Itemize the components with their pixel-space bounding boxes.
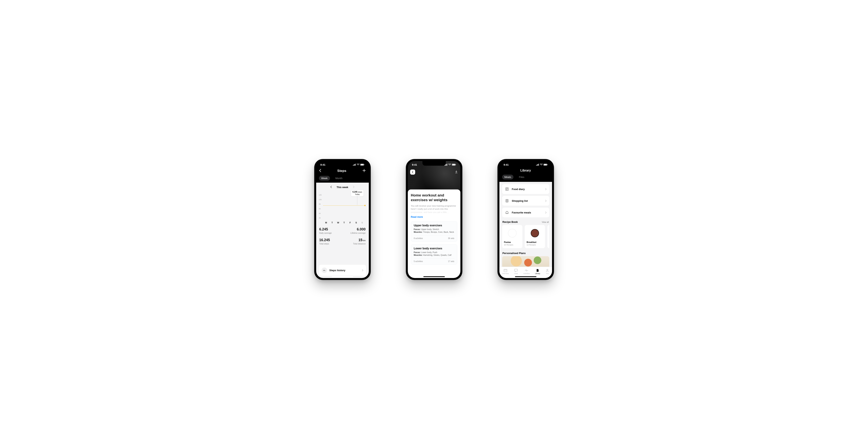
- svg-rect-15: [537, 165, 537, 166]
- workout-title: Home workout and exercises w/ weights: [411, 193, 457, 202]
- back-icon[interactable]: [319, 169, 321, 173]
- recipe-card[interactable]: Smoothies 10 Recipes: [547, 225, 549, 248]
- stats-row-1: 6.245 Daily average 6.000 Lifetime avera…: [319, 227, 366, 234]
- week-prev-icon[interactable]: [331, 186, 332, 189]
- stat-daily-avg: 6.245 Daily average: [319, 227, 332, 234]
- svg-rect-13: [456, 164, 456, 165]
- row-favourite-meals[interactable]: Favourite meals: [502, 208, 549, 217]
- section-personalised-plans: Personalised Plans: [502, 252, 549, 255]
- list-icon: [505, 199, 509, 203]
- row-label: Food diary: [512, 188, 542, 191]
- read-more-link[interactable]: Read more: [411, 215, 423, 218]
- recipe-scroller[interactable]: Pastas 20 Recipes Breakfast 14 Recipes S…: [502, 225, 549, 248]
- chevron-right-icon: [362, 269, 363, 271]
- workout-hero: 9:41: [408, 161, 460, 192]
- download-button[interactable]: [455, 170, 458, 174]
- svg-rect-8: [445, 165, 446, 166]
- chevron-left-icon: [412, 171, 413, 173]
- week-next-icon[interactable]: [353, 186, 354, 189]
- section-recipe-book: Recipe Book View all: [502, 221, 549, 224]
- tab-label: You: [546, 272, 549, 274]
- stats-row-2: 16.245 Total steps 15km Total distance: [319, 238, 366, 248]
- svg-rect-25: [515, 269, 518, 271]
- svg-rect-6: [364, 164, 364, 165]
- stat-label: Total steps: [319, 242, 330, 245]
- ytick: 4k: [319, 212, 321, 214]
- stat-label: Total distance: [353, 242, 366, 245]
- xaxis-label: T: [330, 222, 334, 224]
- steps-body: This week 12k 10k 8k 6k 4k 2k 0 ★ 6.245: [316, 183, 369, 278]
- view-all-link[interactable]: View all: [542, 221, 549, 223]
- chevron-right-icon: [545, 211, 547, 214]
- library-body: Food diary Shopping list Favourite meals…: [499, 182, 552, 278]
- back-button[interactable]: [410, 170, 415, 175]
- stat-value: 16.245: [319, 238, 330, 242]
- tab-label: Chat: [514, 272, 518, 274]
- row-food-diary[interactable]: Food diary: [502, 184, 549, 194]
- stat-total-steps: 16.245 Total steps: [319, 238, 330, 245]
- battery-icon: [544, 164, 548, 166]
- stat-lifetime-avg: 6.000 Lifetime average: [350, 227, 366, 234]
- chevron-right-icon: [545, 200, 547, 202]
- calendar-icon: [503, 269, 507, 272]
- row-shopping-list[interactable]: Shopping list: [502, 196, 549, 206]
- tab-meals[interactable]: Meals: [502, 175, 514, 179]
- recipe-card[interactable]: Pastas 20 Recipes: [502, 225, 522, 248]
- heartbeat-icon: [525, 269, 528, 272]
- stat-value: 6.245: [319, 227, 332, 231]
- row-label: Favourite meals: [512, 211, 542, 214]
- page-title: Library: [502, 169, 549, 172]
- battery-icon: [360, 164, 365, 166]
- chart-xaxis: M T W T F S S: [324, 222, 365, 224]
- row-label: Shopping list: [512, 199, 542, 202]
- tab-overview[interactable]: Overview: [502, 269, 509, 274]
- recipe-sub: 20 Recipes: [504, 244, 521, 246]
- tab-label: Library: [535, 272, 540, 274]
- status-time: 9:41: [412, 163, 417, 166]
- exercise-card-lower[interactable]: Lower body exercises Focus: Lower body, …: [411, 244, 457, 265]
- notch: [423, 161, 446, 166]
- home-indicator[interactable]: [332, 276, 353, 277]
- phone-library: 9:41 Library Meals Files Food diary: [497, 159, 554, 280]
- xaxis-label: W: [336, 222, 340, 224]
- plan-card[interactable]: [502, 256, 549, 268]
- week-label: This week: [337, 186, 348, 189]
- steps-header: Steps Week Month: [316, 168, 369, 183]
- recipe-sub: 14 Recipes: [527, 244, 543, 246]
- tab-library[interactable]: Library: [535, 269, 540, 274]
- sets-count: 36 sets: [448, 237, 454, 239]
- tab-you[interactable]: You: [546, 269, 549, 274]
- svg-rect-16: [537, 164, 538, 166]
- book-icon: [505, 187, 509, 191]
- stat-unit: km: [363, 239, 366, 241]
- download-icon: [455, 170, 458, 173]
- svg-rect-17: [538, 164, 539, 166]
- exercise-card-upper[interactable]: Upper body exercises Focus: Upper body, …: [411, 221, 457, 241]
- phone-steps: 9:41 Steps Week Month: [314, 159, 371, 280]
- library-tabs: Meals Files: [502, 175, 549, 179]
- svg-rect-3: [355, 164, 356, 166]
- recipe-card[interactable]: Breakfast 14 Recipes: [525, 225, 545, 248]
- wifi-icon: [540, 164, 543, 166]
- stat-value: 6.000: [350, 227, 366, 231]
- status-icons: [444, 164, 456, 166]
- meta-label: Muscles:: [414, 231, 423, 233]
- status-time: 9:41: [320, 163, 326, 166]
- wifi-icon: [357, 164, 360, 166]
- svg-point-23: [506, 211, 508, 214]
- add-icon[interactable]: [362, 169, 366, 173]
- xaxis-label: S: [360, 222, 365, 224]
- tab-activities[interactable]: Activities: [523, 269, 530, 274]
- user-icon: [546, 269, 549, 272]
- tab-chat[interactable]: Chat: [514, 269, 518, 274]
- stat-total-distance: 15km Total distance: [353, 238, 366, 245]
- home-indicator[interactable]: [423, 276, 445, 277]
- segment-week[interactable]: Week: [319, 176, 330, 181]
- tab-files[interactable]: Files: [517, 175, 526, 179]
- section-title: Recipe Book: [502, 221, 518, 224]
- steps-history-row[interactable]: Steps history: [319, 265, 366, 276]
- svg-point-26: [547, 269, 548, 270]
- segment-month[interactable]: Month: [333, 176, 345, 181]
- home-indicator[interactable]: [515, 276, 536, 277]
- status-icons: [353, 164, 365, 166]
